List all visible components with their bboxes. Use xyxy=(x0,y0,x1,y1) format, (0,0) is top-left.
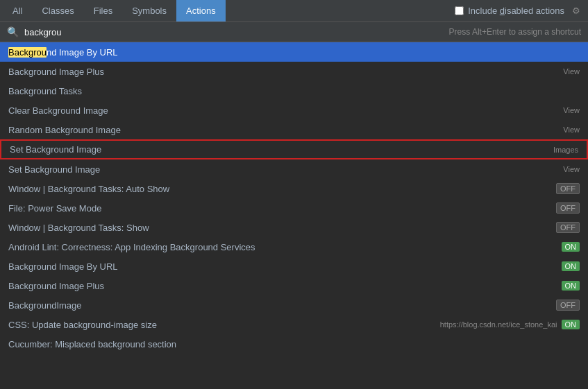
item-badge: View xyxy=(563,106,580,114)
list-item[interactable]: Window | Background Tasks: Auto ShowOFF xyxy=(0,179,588,198)
list-item[interactable]: Background Image PlusON xyxy=(0,276,588,295)
item-badge: ON xyxy=(562,281,580,291)
item-name: BackgroundImage xyxy=(8,300,82,311)
list-item[interactable]: Android Lint: Correctness: App Indexing … xyxy=(0,237,588,257)
list-item[interactable]: Background Image By URLON xyxy=(0,257,588,276)
item-name: Android Lint: Correctness: App Indexing … xyxy=(8,242,255,252)
item-badge: ON xyxy=(562,242,580,252)
tab-all[interactable]: All xyxy=(3,0,32,21)
url-hint: https://blog.csdn.net/ice_stone_kai xyxy=(440,320,557,329)
tab-classes[interactable]: Classes xyxy=(32,0,83,21)
settings-icon[interactable]: ⚙ xyxy=(570,5,582,17)
include-disabled-container: Include disabled actions xyxy=(455,6,564,16)
item-name: Clear Background Image xyxy=(8,105,108,116)
tab-actions[interactable]: Actions xyxy=(176,0,226,21)
item-name: Background Tasks xyxy=(8,86,82,96)
tab-symbols[interactable]: Symbols xyxy=(122,0,176,21)
tab-files[interactable]: Files xyxy=(84,0,122,21)
results-list: Background Image By URLBackground Image … xyxy=(0,42,588,384)
item-name: Window | Background Tasks: Auto Show xyxy=(8,184,169,194)
item-badge: OFF xyxy=(556,183,580,194)
item-name: Set Background Image xyxy=(10,144,101,155)
item-name: CSS: Update background-image size xyxy=(8,320,157,330)
item-badge: OFF xyxy=(556,222,580,233)
list-item[interactable]: BackgroundImageOFF xyxy=(0,295,588,315)
list-item[interactable]: Clear Background ImageView xyxy=(0,101,588,120)
list-item[interactable]: Set Background ImageView xyxy=(0,159,588,179)
tab-actions-label: Actions xyxy=(186,6,216,16)
item-name: Background Image By URL xyxy=(8,261,118,272)
list-item[interactable]: CSS: Update background-image sizehttps:/… xyxy=(0,315,588,334)
tab-classes-label: Classes xyxy=(42,6,74,16)
include-disabled-label: Include disabled actions xyxy=(468,6,564,16)
item-name: Background Image Plus xyxy=(8,67,104,77)
item-badge: View xyxy=(563,165,580,173)
list-item[interactable]: Set Background ImageImages xyxy=(0,139,588,159)
search-icon: 🔍 xyxy=(7,26,19,37)
list-item[interactable]: Background Image By URL xyxy=(0,42,588,62)
item-badge: ON xyxy=(562,261,580,271)
item-badge: OFF xyxy=(556,300,580,311)
include-disabled-checkbox[interactable] xyxy=(455,6,464,15)
item-name: File: Power Save Mode xyxy=(8,203,101,214)
tab-all-label: All xyxy=(12,6,22,16)
search-hint: Press Alt+Enter to assign a shortcut xyxy=(449,27,581,37)
item-name: Cucumber: Misplaced background section xyxy=(8,339,176,349)
list-item[interactable]: Background Tasks xyxy=(0,81,588,101)
list-item[interactable]: Random Background ImageView xyxy=(0,120,588,139)
item-name: Window | Background Tasks: Show xyxy=(8,223,149,233)
tab-files-label: Files xyxy=(94,6,112,16)
item-name: Background Image Plus xyxy=(8,281,104,291)
item-badge: OFF xyxy=(556,202,580,214)
item-name: Background Image By URL xyxy=(8,47,118,58)
list-item[interactable]: Window | Background Tasks: ShowOFF xyxy=(0,218,588,237)
nav-bar: All Classes Files Symbols Actions Includ… xyxy=(0,0,588,22)
item-badge: ON xyxy=(562,320,580,329)
tab-symbols-label: Symbols xyxy=(132,6,167,16)
list-item[interactable]: File: Power Save ModeOFF xyxy=(0,198,588,218)
list-item[interactable]: Background Image PlusView xyxy=(0,62,588,81)
item-name: Set Background Image xyxy=(8,164,100,175)
item-badge: Images xyxy=(553,146,578,154)
list-item[interactable]: Cucumber: Misplaced background section xyxy=(0,334,588,354)
item-name: Random Background Image xyxy=(8,125,121,135)
search-bar: 🔍 Press Alt+Enter to assign a shortcut xyxy=(0,22,588,42)
item-badge: View xyxy=(563,67,580,76)
item-badge: View xyxy=(563,126,580,134)
